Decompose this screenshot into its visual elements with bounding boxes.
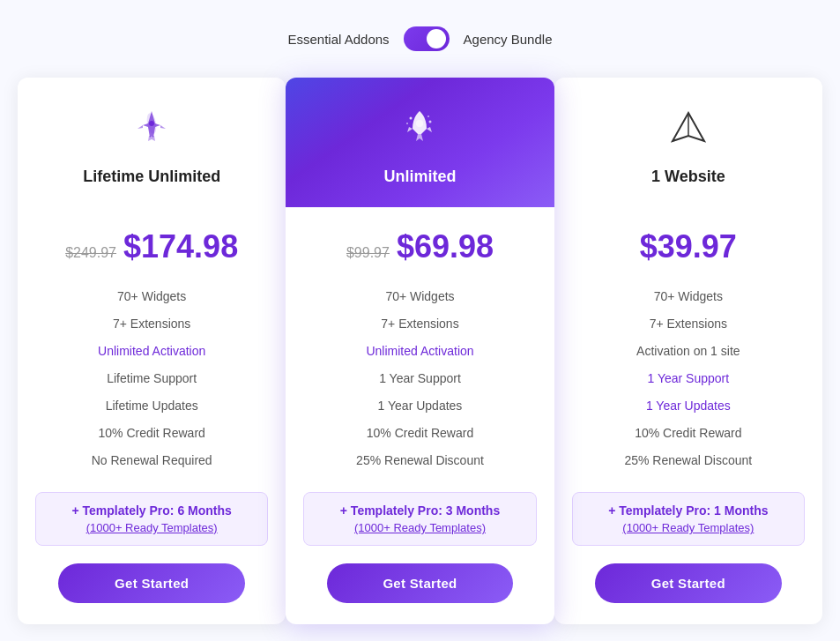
features-list: 70+ Widgets7+ ExtensionsUnlimited Activa… [303, 283, 536, 474]
toggle-thumb [427, 29, 446, 48]
toggle-right-label: Agency Bundle [464, 32, 553, 47]
bonus-title: + Templately Pro: 6 Months [50, 503, 253, 518]
bonus-section: + Templately Pro: 1 Months (1000+ Ready … [572, 492, 805, 546]
feature-item: 7+ Extensions [572, 310, 805, 338]
toggle-switch[interactable] [404, 26, 450, 51]
price-row: $249.97$174.98 [65, 228, 238, 265]
card-header: Lifetime Unlimited [18, 78, 286, 207]
price-current: $69.98 [397, 228, 494, 265]
svg-point-3 [410, 117, 413, 120]
price-current: $174.98 [123, 228, 238, 265]
price-original: $249.97 [65, 245, 116, 261]
feature-item: Unlimited Activation [303, 338, 536, 365]
card-header: 1 Website [554, 78, 822, 207]
get-started-button[interactable]: Get Started [595, 563, 781, 603]
card-lifetime-unlimited: Lifetime Unlimited $249.97$174.98 70+ Wi… [18, 78, 286, 624]
toggle-track[interactable] [404, 26, 450, 51]
card-title: 1 Website [651, 168, 725, 186]
bonus-title: + Templately Pro: 3 Months [318, 503, 521, 518]
feature-item: 25% Renewal Discount [572, 447, 805, 474]
bonus-subtitle[interactable]: (1000+ Ready Templates) [318, 521, 521, 534]
card-title: Unlimited [383, 168, 456, 186]
feature-item: 70+ Widgets [303, 283, 536, 310]
feature-item: 1 Year Updates [572, 392, 805, 420]
card-one-website: 1 Website $39.97 70+ Widgets7+ Extension… [554, 78, 822, 624]
card-title: Lifetime Unlimited [83, 168, 220, 186]
get-started-button[interactable]: Get Started [58, 563, 244, 603]
card-body: $249.97$174.98 70+ Widgets7+ ExtensionsU… [18, 207, 286, 624]
card-icon-rocket [393, 104, 446, 157]
feature-item: 1 Year Updates [303, 392, 536, 420]
bonus-subtitle[interactable]: (1000+ Ready Templates) [50, 521, 253, 534]
card-icon-plane [125, 104, 178, 157]
svg-point-1 [149, 121, 154, 126]
card-unlimited: Unlimited $99.97$69.98 70+ Widgets7+ Ext… [286, 78, 554, 624]
svg-point-2 [416, 120, 423, 127]
feature-item: Lifetime Updates [35, 392, 268, 420]
feature-item: 7+ Extensions [35, 310, 268, 338]
card-header: Unlimited [286, 78, 554, 207]
feature-item: Activation on 1 site [572, 338, 805, 365]
bonus-title: + Templately Pro: 1 Months [587, 503, 790, 518]
bonus-section: + Templately Pro: 3 Months (1000+ Ready … [303, 492, 536, 546]
feature-item: No Renewal Required [35, 447, 268, 474]
feature-item: 10% Credit Reward [303, 420, 536, 447]
feature-item: 1 Year Support [572, 365, 805, 392]
svg-point-5 [427, 116, 429, 117]
toggle-section: Essential Addons Agency Bundle [288, 26, 553, 51]
price-original: $99.97 [346, 245, 390, 261]
price-current: $39.97 [640, 228, 737, 265]
features-list: 70+ Widgets7+ ExtensionsActivation on 1 … [572, 283, 805, 474]
bonus-section: + Templately Pro: 6 Months (1000+ Ready … [35, 492, 268, 546]
card-icon-arrow [662, 104, 715, 157]
feature-item: 25% Renewal Discount [303, 447, 536, 474]
bonus-subtitle[interactable]: (1000+ Ready Templates) [587, 521, 790, 534]
card-body: $39.97 70+ Widgets7+ ExtensionsActivatio… [554, 207, 822, 624]
get-started-button[interactable]: Get Started [327, 563, 513, 603]
feature-item: 1 Year Support [303, 365, 536, 392]
svg-point-4 [406, 123, 408, 124]
svg-point-6 [429, 121, 432, 123]
feature-item: 10% Credit Reward [35, 420, 268, 447]
toggle-left-label: Essential Addons [288, 32, 390, 47]
card-body: $99.97$69.98 70+ Widgets7+ ExtensionsUnl… [286, 207, 554, 624]
feature-item: Unlimited Activation [35, 338, 268, 365]
feature-item: 7+ Extensions [303, 310, 536, 338]
feature-item: 70+ Widgets [35, 283, 268, 310]
feature-item: Lifetime Support [35, 365, 268, 392]
price-row: $39.97 [640, 228, 737, 265]
price-row: $99.97$69.98 [346, 228, 494, 265]
feature-item: 70+ Widgets [572, 283, 805, 310]
features-list: 70+ Widgets7+ ExtensionsUnlimited Activa… [35, 283, 268, 474]
feature-item: 10% Credit Reward [572, 420, 805, 447]
pricing-cards-container: Lifetime Unlimited $249.97$174.98 70+ Wi… [18, 78, 822, 624]
